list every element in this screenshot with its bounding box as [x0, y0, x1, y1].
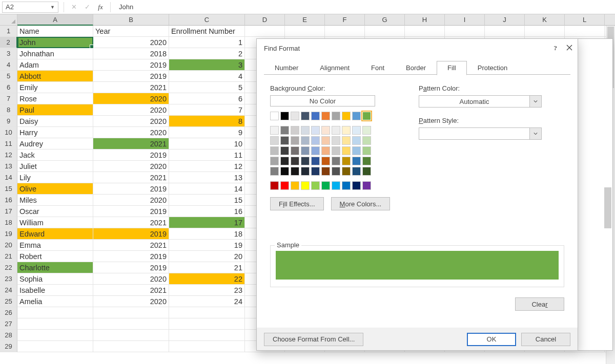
tab-alignment[interactable]: Alignment: [309, 61, 360, 75]
cell-empty[interactable]: [17, 330, 93, 341]
cell-year[interactable]: 2021: [93, 138, 169, 149]
row-header[interactable]: 21: [0, 251, 17, 262]
color-swatch[interactable]: [301, 112, 310, 120]
color-swatch[interactable]: [362, 146, 371, 155]
cell-name[interactable]: Amelia: [17, 296, 93, 307]
cell-name[interactable]: Miles: [17, 195, 93, 206]
column-header-C[interactable]: C: [169, 14, 245, 26]
cell-name[interactable]: Harry: [17, 127, 93, 138]
row-header[interactable]: 11: [0, 138, 17, 149]
color-swatch[interactable]: [352, 112, 361, 120]
column-header-D[interactable]: D: [245, 14, 285, 26]
color-swatch[interactable]: [352, 181, 361, 190]
cell-enroll[interactable]: 21: [169, 262, 245, 273]
cell-enroll[interactable]: 13: [169, 172, 245, 183]
color-swatch[interactable]: [342, 181, 351, 190]
cell-name[interactable]: Audrey: [17, 138, 93, 149]
cell-empty[interactable]: [405, 26, 445, 37]
color-swatch[interactable]: [280, 167, 289, 176]
cell-year[interactable]: 2020: [93, 93, 169, 104]
color-swatch[interactable]: [270, 181, 279, 190]
cell-name[interactable]: Charlotte: [17, 262, 93, 273]
column-header-B[interactable]: B: [93, 14, 169, 26]
color-swatch[interactable]: [332, 112, 340, 120]
color-swatch[interactable]: [352, 136, 361, 145]
cell-empty[interactable]: [169, 307, 245, 318]
cell-empty[interactable]: [169, 341, 245, 352]
cell-year[interactable]: 2021: [93, 240, 169, 251]
tab-fill[interactable]: Fill: [437, 61, 467, 75]
cell-empty[interactable]: [325, 26, 365, 37]
cell-enroll[interactable]: 8: [169, 116, 245, 127]
cell-year[interactable]: 2018: [93, 48, 169, 59]
color-swatch[interactable]: [291, 157, 299, 165]
cell-year[interactable]: 2019: [93, 71, 169, 82]
color-swatch[interactable]: [342, 167, 351, 176]
color-swatch[interactable]: [270, 146, 279, 155]
cell-enroll[interactable]: 7: [169, 104, 245, 116]
cell-enroll[interactable]: 10: [169, 138, 245, 149]
color-swatch[interactable]: [311, 126, 320, 135]
cell-empty[interactable]: [17, 341, 93, 352]
cell-enroll[interactable]: 18: [169, 228, 245, 240]
close-icon[interactable]: [566, 45, 572, 52]
cell-enroll[interactable]: 5: [169, 82, 245, 93]
cell-year[interactable]: 2020: [93, 195, 169, 206]
chevron-down-icon[interactable]: [529, 127, 542, 140]
cell-name[interactable]: Daisy: [17, 116, 93, 127]
no-color-button[interactable]: No Color: [270, 95, 375, 106]
cell-year[interactable]: 2019: [93, 206, 169, 217]
color-swatch[interactable]: [291, 167, 299, 176]
column-header-E[interactable]: E: [285, 14, 325, 26]
color-swatch[interactable]: [342, 126, 351, 135]
cell-year[interactable]: 2021: [93, 217, 169, 228]
column-header-J[interactable]: J: [485, 14, 525, 26]
cell-name[interactable]: Jack: [17, 149, 93, 161]
cell-name[interactable]: Emily: [17, 82, 93, 93]
color-swatch[interactable]: [332, 136, 340, 145]
cell-enroll[interactable]: 16: [169, 206, 245, 217]
color-swatch[interactable]: [270, 112, 279, 120]
clear-button[interactable]: Clear: [515, 297, 564, 311]
color-swatch[interactable]: [291, 136, 299, 145]
cell-name[interactable]: Olive: [17, 183, 93, 195]
cell-enroll[interactable]: 14: [169, 183, 245, 195]
chevron-down-icon[interactable]: [529, 95, 542, 108]
tab-protection[interactable]: Protection: [467, 61, 519, 75]
cell-year[interactable]: 2020: [93, 296, 169, 307]
color-swatch[interactable]: [270, 126, 279, 135]
cell-name[interactable]: Sophia: [17, 273, 93, 285]
color-swatch[interactable]: [321, 126, 330, 135]
color-swatch[interactable]: [311, 167, 320, 176]
color-swatch[interactable]: [342, 157, 351, 165]
cell-empty[interactable]: [93, 307, 169, 318]
cell-empty[interactable]: [485, 26, 525, 37]
cell-name[interactable]: Paul: [17, 104, 93, 116]
cell-year[interactable]: 2021: [93, 285, 169, 296]
row-header[interactable]: 23: [0, 273, 17, 285]
pattern-color-combo[interactable]: Automatic: [419, 95, 542, 108]
cell-name[interactable]: Abbott: [17, 71, 93, 82]
column-header-F[interactable]: F: [325, 14, 365, 26]
cell-enroll[interactable]: 6: [169, 93, 245, 104]
cell-enroll[interactable]: 19: [169, 240, 245, 251]
cell-year[interactable]: 2019: [93, 59, 169, 71]
row-header[interactable]: 19: [0, 228, 17, 240]
color-swatch[interactable]: [352, 146, 361, 155]
column-header-I[interactable]: I: [445, 14, 485, 26]
fx-icon[interactable]: fx: [94, 3, 107, 11]
cell-name[interactable]: Lily: [17, 172, 93, 183]
color-swatch[interactable]: [301, 136, 310, 145]
cell-enroll[interactable]: 9: [169, 127, 245, 138]
color-swatch[interactable]: [342, 136, 351, 145]
cell-name[interactable]: Adam: [17, 59, 93, 71]
cell-enroll[interactable]: 23: [169, 285, 245, 296]
dialog-titlebar[interactable]: Find Format ?: [257, 39, 578, 57]
cell-enroll[interactable]: 4: [169, 71, 245, 82]
cell-year[interactable]: 2019: [93, 228, 169, 240]
cell-name[interactable]: John: [17, 37, 93, 48]
select-all-corner[interactable]: [0, 14, 17, 26]
color-swatch[interactable]: [321, 181, 330, 190]
row-header[interactable]: 5: [0, 71, 17, 82]
cell-empty[interactable]: [93, 318, 169, 330]
